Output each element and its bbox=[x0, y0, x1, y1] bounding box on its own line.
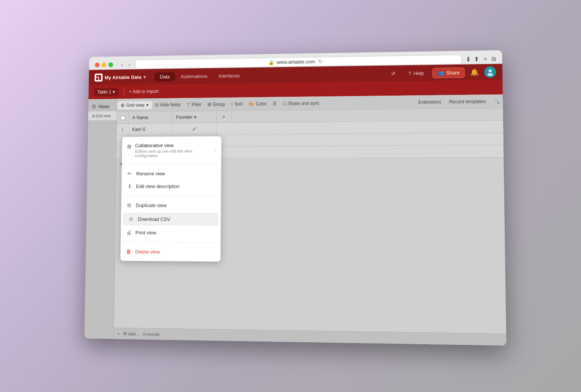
nav-forward-button[interactable]: › bbox=[127, 61, 132, 68]
collaborative-view-subtitle: Editors and up can edit the view configu… bbox=[135, 148, 211, 158]
delete-view-item[interactable]: 🗑 Delete view bbox=[120, 245, 221, 258]
extensions-button[interactable]: Extensions bbox=[415, 98, 444, 106]
search-button[interactable]: 🔍 bbox=[491, 97, 503, 105]
row-height-icon: ☰ bbox=[273, 101, 277, 106]
edit-description-item[interactable]: ℹ Edit view description bbox=[122, 179, 221, 192]
delete-icon: 🗑 bbox=[126, 248, 132, 254]
traffic-light-green[interactable] bbox=[109, 62, 114, 67]
sidebar-grid-view[interactable]: ⊞ Grid view bbox=[88, 111, 117, 120]
nav-tab-data[interactable]: Data bbox=[155, 72, 175, 81]
views-icon: ☰ bbox=[92, 104, 96, 109]
help-button[interactable]: ? Help bbox=[404, 68, 428, 78]
duplicate-view-item[interactable]: ⧉ Duplicate view bbox=[121, 198, 221, 212]
record-templates-button[interactable]: Record templates bbox=[446, 97, 489, 105]
app-nav-tabs: Data Automations Interfaces bbox=[155, 71, 245, 81]
refresh-icon: ↻ bbox=[319, 58, 323, 64]
rename-view-item[interactable]: ✏ Rename view bbox=[122, 167, 221, 179]
airtable-logo-icon bbox=[95, 73, 103, 81]
grid-view-tab[interactable]: ⊞ Grid view ▾ bbox=[117, 101, 152, 109]
row-founder-1[interactable]: ✓ bbox=[172, 123, 217, 134]
browser-window: ‹ › 🔒 www.airtable.com ↻ ⬇ ⬆ ＋ ⧉ bbox=[84, 50, 506, 345]
collaborative-view-text: Collaborative view Editors and up can ed… bbox=[135, 142, 211, 158]
nav-tab-automations[interactable]: Automations bbox=[176, 71, 213, 81]
share-icon: 👥 bbox=[437, 70, 444, 76]
nav-back-button[interactable]: ‹ bbox=[120, 61, 124, 68]
share-button[interactable]: 👥 Share bbox=[433, 67, 465, 78]
th-checkbox[interactable] bbox=[117, 112, 129, 123]
app-logo: My Airtable Data ▾ bbox=[95, 72, 146, 81]
sidebar-header: ☰ Views bbox=[88, 102, 117, 112]
duplicate-icon: ⧉ bbox=[126, 202, 132, 208]
view-toolbar-right: Extensions Record templates 🔍 bbox=[415, 97, 503, 106]
add-record-icon: + bbox=[117, 331, 120, 335]
notification-button[interactable]: 🔔 bbox=[469, 66, 480, 78]
th-add[interactable]: + bbox=[216, 111, 231, 123]
row-height-button[interactable]: ☰ bbox=[270, 99, 280, 107]
hide-fields-button[interactable]: ⊟ Hide fields bbox=[152, 100, 183, 109]
print-view-item[interactable]: 🖨 Print view bbox=[121, 226, 221, 239]
collaborative-icon: ⊞ bbox=[127, 143, 132, 150]
name-col-icon: A bbox=[132, 115, 135, 120]
grid-view-chevron: ▾ bbox=[146, 102, 148, 107]
th-founder[interactable]: Founder ▾ bbox=[172, 111, 217, 123]
rename-icon: ✏ bbox=[127, 170, 133, 176]
row-num-1: 1 bbox=[117, 123, 129, 135]
app-name-chevron: ▾ bbox=[144, 74, 146, 80]
view-content-area: ⊞ Grid view ▾ ⊟ Hide fields ⊤ Filter ⊞ bbox=[114, 94, 506, 345]
new-tab-button[interactable]: ＋ bbox=[482, 55, 489, 63]
nav-tab-interfaces[interactable]: Interfaces bbox=[213, 71, 245, 80]
group-button[interactable]: ⊞ Group bbox=[204, 100, 228, 108]
add-import-button[interactable]: + Add or import bbox=[129, 88, 158, 94]
table-grid: A Name Founder ▾ + 1 bbox=[114, 108, 506, 334]
field-icon: ⊞ bbox=[123, 331, 127, 336]
row-name-1[interactable]: Karri S bbox=[128, 123, 172, 135]
table-name-label: Table 1 bbox=[97, 89, 111, 94]
download-csv-icon: ⊙ bbox=[128, 216, 134, 222]
add-import-label: + Add or import bbox=[129, 88, 158, 94]
toolbar-divider bbox=[123, 88, 124, 95]
app-name[interactable]: My Airtable Data bbox=[105, 74, 142, 80]
grid-icon: ⊞ bbox=[121, 102, 125, 108]
records-count: 3 records bbox=[142, 331, 159, 336]
svg-point-3 bbox=[489, 69, 492, 72]
share-browser-button[interactable]: ⬆ bbox=[474, 55, 479, 63]
table-name-chevron: ▾ bbox=[113, 89, 115, 94]
windows-button[interactable]: ⧉ bbox=[491, 55, 496, 62]
dropdown-menu: ⊞ Collaborative view Editors and up can … bbox=[120, 136, 221, 261]
th-name: A Name bbox=[129, 111, 173, 123]
group-icon: ⊞ bbox=[207, 101, 211, 107]
user-avatar[interactable] bbox=[484, 66, 496, 78]
collaborative-view-title: Collaborative view bbox=[135, 142, 211, 148]
color-icon: 🎨 bbox=[249, 101, 254, 106]
help-icon: ? bbox=[409, 70, 411, 76]
traffic-light-yellow[interactable] bbox=[102, 62, 107, 67]
select-all-checkbox[interactable] bbox=[120, 115, 125, 120]
filter-icon: ⊤ bbox=[186, 102, 190, 107]
share-sync-icon: ⬡ bbox=[283, 101, 286, 106]
sidebar: ☰ Views ⊞ Grid view bbox=[84, 99, 117, 339]
traffic-light-red[interactable] bbox=[95, 62, 99, 67]
share-sync-button[interactable]: ⬡ Share and sync bbox=[279, 99, 322, 107]
add-field-button[interactable]: ⊞ Add... bbox=[123, 331, 139, 336]
table-name-button[interactable]: Table 1 ▾ bbox=[93, 88, 118, 96]
filter-button[interactable]: ⊤ Filter bbox=[183, 100, 204, 109]
main-area: ☰ Views ⊞ Grid view ⊞ Grid view ▾ bbox=[84, 94, 506, 345]
color-button[interactable]: 🎨 Color bbox=[246, 99, 270, 108]
sort-button[interactable]: ↕ Sort bbox=[228, 99, 246, 108]
add-record-button[interactable]: + bbox=[117, 331, 120, 335]
dropdown-delete-section: 🗑 Delete view bbox=[120, 242, 221, 261]
sort-icon: ↕ bbox=[231, 101, 233, 107]
traffic-lights bbox=[95, 62, 113, 67]
hide-fields-icon: ⊟ bbox=[155, 102, 159, 107]
browser-actions: ⬇ ⬆ ＋ ⧉ bbox=[466, 55, 496, 63]
founder-chevron: ▾ bbox=[194, 114, 196, 120]
history-button[interactable]: ↺ bbox=[387, 68, 400, 78]
download-button[interactable]: ⬇ bbox=[466, 55, 471, 63]
print-icon: 🖨 bbox=[126, 229, 132, 235]
download-csv-item[interactable]: ⊙ Download CSV bbox=[123, 213, 218, 225]
dropdown-actions-section: ✏ Rename view ℹ Edit view description bbox=[121, 164, 221, 195]
lock-icon: 🔒 bbox=[268, 59, 275, 65]
collaborative-view-item[interactable]: ⊞ Collaborative view Editors and up can … bbox=[122, 139, 221, 161]
info-icon: ℹ bbox=[126, 183, 133, 189]
dropdown-utility-section: ⧉ Duplicate view ⊙ Download CSV 🖨 Print … bbox=[121, 196, 221, 242]
